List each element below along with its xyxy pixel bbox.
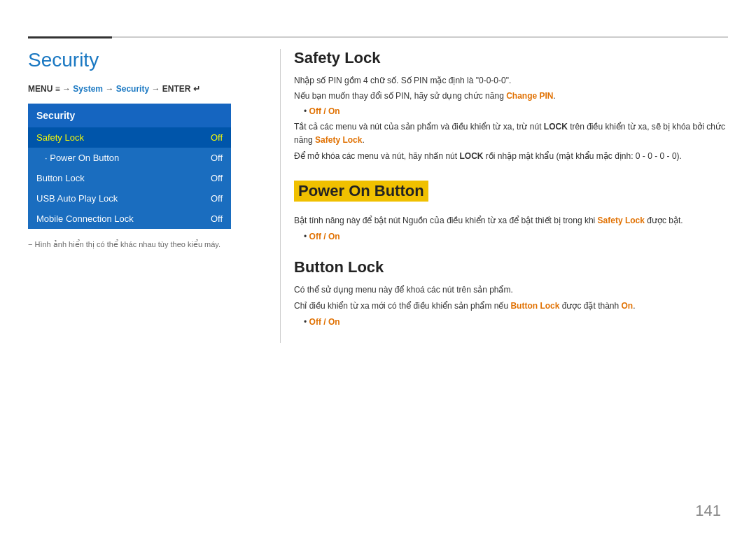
button-lock-desc1: Có thể sử dụng menu này để khoá các nút …: [294, 283, 728, 297]
image-note: − Hình ảnh hiển thị có thể khác nhau tùy…: [28, 240, 252, 249]
menu-item-button-lock[interactable]: Button Lock Off: [28, 168, 231, 188]
right-panel: Safety Lock Nhập số PIN gồm 4 chữ số. Số…: [294, 49, 728, 344]
vertical-divider: [280, 49, 281, 343]
safety-lock-off-on: Off / On: [309, 106, 340, 116]
button-lock-value: Off: [211, 173, 223, 183]
safety-lock-value: Off: [211, 132, 223, 143]
button-lock-ref: Button Lock: [510, 301, 559, 311]
safety-lock-desc2: Nếu bạn muốn thay đổi số PIN, hãy sử dụn…: [294, 90, 728, 102]
safety-lock-desc4: Để mở khóa các menu và nút, hãy nhấn nút…: [294, 150, 728, 163]
mobile-connection-value: Off: [211, 213, 223, 224]
menu-path: MENU ≡ → System → Security → ENTER ↵: [28, 84, 252, 94]
menu-box-title: Security: [28, 104, 231, 127]
safety-lock-ref2: Safety Lock: [598, 216, 645, 225]
button-lock-section: Button Lock Có thể sử dụng menu này để k…: [294, 258, 728, 327]
safety-lock-section: Safety Lock Nhập số PIN gồm 4 chữ số. Số…: [294, 49, 728, 164]
menu-path-security: Security: [116, 84, 149, 94]
menu-path-system: System: [73, 84, 103, 94]
menu-item-usb-auto-play[interactable]: USB Auto Play Lock Off: [28, 188, 231, 209]
menu-item-safety-lock[interactable]: Safety Lock Off: [28, 127, 231, 148]
menu-item-mobile-connection[interactable]: Mobile Connection Lock Off: [28, 209, 231, 229]
button-lock-bullet: Off / On: [304, 317, 728, 327]
top-divider: [28, 36, 728, 38]
power-on-button-heading: Power On Button: [294, 181, 428, 202]
page-number: 141: [695, 502, 721, 520]
change-pin-link: Change PIN: [506, 91, 553, 101]
safety-lock-heading: Safety Lock: [294, 49, 728, 67]
power-on-desc1: Bật tính năng này để bật nút Nguồn của đ…: [294, 214, 728, 227]
menu-box: Security Safety Lock Off · Power On Butt…: [28, 104, 231, 229]
page-title: Security: [28, 49, 252, 71]
mobile-connection-label: Mobile Connection Lock: [36, 213, 134, 224]
power-on-button-value: Off: [211, 153, 223, 163]
button-lock-heading: Button Lock: [294, 258, 728, 276]
safety-lock-bullet: Off / On: [304, 106, 728, 116]
safety-lock-desc3: Tắt cả các menu và nút của sản phẩm và đ…: [294, 120, 728, 147]
power-on-section: Power On Button Bật tính năng này để bật…: [294, 181, 728, 241]
safety-lock-ref1: Safety Lock: [315, 135, 362, 145]
button-lock-on-ref: On: [622, 301, 634, 311]
menu-item-power-on-button[interactable]: · Power On Button Off: [28, 148, 231, 168]
power-on-button-label: · Power On Button: [45, 153, 119, 163]
top-accent-line: [28, 36, 112, 38]
safety-lock-label: Safety Lock: [36, 132, 84, 143]
left-panel: Security MENU ≡ → System → Security → EN…: [28, 49, 252, 249]
button-lock-label: Button Lock: [36, 173, 85, 183]
usb-auto-play-value: Off: [211, 193, 223, 204]
usb-auto-play-label: USB Auto Play Lock: [36, 193, 118, 204]
power-on-off-on: Off / On: [309, 232, 340, 241]
button-lock-desc2: Chỉ điều khiển từ xa mới có thể điều khi…: [294, 300, 728, 313]
safety-lock-desc1: Nhập số PIN gồm 4 chữ số. Số PIN mặc địn…: [294, 74, 728, 87]
power-on-bullet: Off / On: [304, 232, 728, 241]
button-lock-off-on: Off / On: [309, 317, 340, 327]
